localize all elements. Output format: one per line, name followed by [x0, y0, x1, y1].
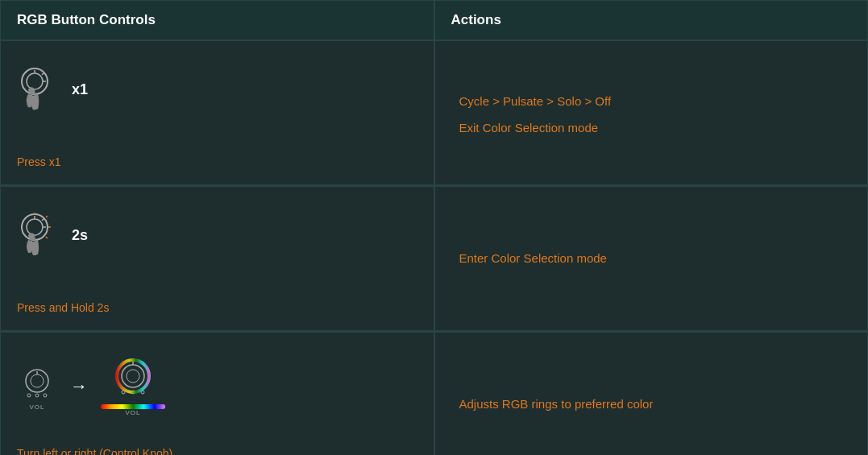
- vol-knob-right: VOL: [101, 357, 165, 416]
- svg-point-6: [27, 219, 43, 235]
- row2-action-primary: Enter Color Selection mode: [459, 249, 844, 268]
- row1-right-cell: Cycle > Pulsate > Solo > Off Exit Color …: [434, 40, 869, 185]
- table-header: RGB Button Controls Actions: [0, 0, 868, 40]
- vol-label-right: VOL: [125, 409, 140, 416]
- vol-knob-icon: [17, 363, 57, 403]
- row3-icon-area: VOL →: [17, 349, 417, 424]
- vol-label-left: VOL: [29, 403, 44, 411]
- svg-point-1: [27, 73, 43, 89]
- table-row: x1 Press x1 Cycle > Pulsate > Solo > Off…: [0, 40, 868, 186]
- row1-icon-area: x1: [17, 57, 417, 122]
- small-vol-knob-left: VOL: [17, 363, 57, 411]
- knob-press-icon: [17, 65, 65, 114]
- row1-label: Press x1: [17, 147, 417, 168]
- row2-icon-area: 2s: [17, 203, 417, 267]
- svg-point-15: [31, 374, 44, 387]
- header-col2-label: Actions: [451, 12, 501, 27]
- header-col2: Actions: [434, 0, 869, 40]
- arrow-icon: →: [70, 376, 88, 397]
- svg-point-16: [27, 394, 31, 397]
- row2-hold-duration: 2s: [72, 227, 88, 244]
- svg-point-17: [35, 394, 39, 397]
- table-row: 2s Press and Hold 2s Enter Color Selecti…: [0, 186, 868, 332]
- row3-left-cell: VOL →: [0, 332, 434, 455]
- header-col1: RGB Button Controls: [0, 0, 434, 40]
- svg-point-21: [122, 365, 144, 387]
- header-col1-label: RGB Button Controls: [17, 12, 156, 27]
- svg-line-8: [42, 218, 44, 221]
- row3-action-primary: Adjusts RGB rings to preferred color: [459, 395, 844, 414]
- row3-label: Turn left or right (Control Knob): [17, 439, 417, 455]
- row1-press-count: x1: [72, 81, 88, 98]
- svg-point-18: [44, 394, 47, 397]
- svg-point-22: [127, 370, 139, 383]
- row2-label: Press and Hold 2s: [17, 293, 417, 314]
- svg-line-11: [46, 216, 48, 217]
- svg-line-13: [46, 237, 48, 238]
- row2-right-cell: Enter Color Selection mode: [434, 186, 869, 331]
- vol-knob-rgb-icon: [109, 357, 157, 401]
- row1-action-secondary: Exit Color Selection mode: [459, 121, 844, 134]
- row3-right-cell: Adjusts RGB rings to preferred color: [434, 332, 869, 455]
- row2-left-cell: 2s Press and Hold 2s: [0, 186, 434, 331]
- svg-line-3: [42, 72, 44, 75]
- table-row: VOL →: [0, 332, 868, 455]
- row1-action-primary: Cycle > Pulsate > Solo > Off: [459, 92, 844, 111]
- knob-hold-icon: [17, 211, 65, 259]
- row1-left-cell: x1 Press x1: [0, 40, 434, 185]
